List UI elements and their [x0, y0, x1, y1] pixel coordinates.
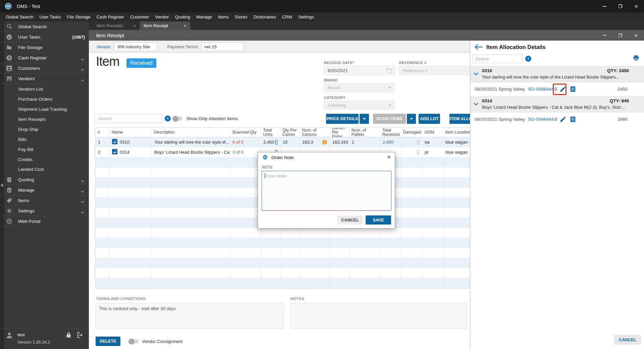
scan-items-button[interactable]: SCAN ITEMS — [373, 114, 406, 124]
row-menu-dots-gray-icon[interactable] — [417, 140, 420, 145]
sidebar-subitem-credits[interactable]: Credits — [0, 154, 89, 164]
table-row[interactable]: 1 0310 Your darling will love the cute s… — [96, 137, 490, 147]
logout-icon[interactable] — [76, 332, 83, 340]
note-input[interactable] — [262, 171, 391, 211]
edit-pencil-icon[interactable] — [559, 116, 567, 124]
sidebar-item-user-tasks[interactable]: User Tasks (1067) — [0, 32, 89, 42]
sales-order-link[interactable]: SO-0046444 — [528, 87, 554, 92]
group-qty: QTY: 2450 — [607, 68, 629, 73]
receive-date-input[interactable]: 8/20/2021 — [324, 66, 395, 75]
menu-dictionaries[interactable]: Dictionaries — [250, 14, 279, 19]
col-uom[interactable]: UOM — [422, 128, 443, 137]
sidebar-item-quoting[interactable]: ? Quoting — [0, 174, 89, 185]
menu-quoting[interactable]: Quoting — [172, 14, 193, 19]
sidebar-subitem-item-receipts[interactable]: Item Receipts — [0, 114, 89, 124]
print-icon[interactable] — [633, 55, 640, 63]
sidebar-subitem-purchase-orders[interactable]: Purchase Orders — [0, 94, 89, 104]
menu-stores[interactable]: Stores — [232, 14, 251, 19]
col-num-cartons[interactable]: Num. of Cartons — [300, 128, 330, 137]
menu-crm[interactable]: CRM — [279, 14, 295, 19]
sidebar-subitem-bills[interactable]: Bills — [0, 134, 89, 144]
col-total-received[interactable]: Total Received — [380, 128, 401, 137]
doc-minimize-button[interactable] — [597, 30, 612, 41]
allocation-group[interactable]: 0314 QTY: 845 Boys' Lizard Head Bootie S… — [470, 96, 644, 113]
allocation-search-input[interactable] — [472, 54, 522, 63]
sidebar-item-settings[interactable]: Settings — [0, 206, 89, 216]
col-damaged[interactable]: Damaged — [401, 128, 422, 137]
sidebar-item-cash-register[interactable]: $ Cash Register — [0, 53, 89, 63]
sidebar-subitem-landed-cost[interactable]: Landed Cost — [0, 164, 89, 174]
chevron-down-icon[interactable] — [473, 71, 479, 77]
col-qty-per-carton[interactable]: Qty Per Carton — [280, 128, 300, 137]
col-description[interactable]: Description — [152, 128, 230, 137]
menu-file-storage[interactable]: File Storage — [64, 14, 93, 19]
panel-cancel-button[interactable]: CANCEL — [614, 335, 641, 345]
allocation-list-icon[interactable] — [570, 86, 576, 94]
modal-close-icon[interactable]: × — [387, 154, 391, 161]
menu-settings[interactable]: Settings — [295, 14, 317, 19]
category-select[interactable]: Category — [324, 101, 395, 109]
col-scanned-qty[interactable]: Scanned Qty — [230, 128, 261, 137]
menu-items[interactable]: Items — [215, 14, 232, 19]
vendor-consignment-toggle[interactable] — [129, 339, 139, 344]
menu-user-tasks[interactable]: User Tasks — [36, 14, 64, 19]
sidebar-item-manage[interactable]: Manage — [0, 185, 89, 195]
scan-items-dropdown-button[interactable] — [407, 114, 416, 124]
sales-order-link[interactable]: SO-0046444 — [528, 117, 554, 122]
lock-icon[interactable] — [66, 332, 71, 340]
row-menu-dots-icon[interactable] — [275, 140, 278, 145]
items-search-input[interactable] — [95, 114, 162, 123]
warning-icon[interactable] — [322, 139, 327, 145]
payment-terms-input[interactable] — [202, 43, 244, 51]
row-menu-dots-gray-icon[interactable] — [417, 150, 420, 155]
menu-customer[interactable]: Customer — [127, 14, 152, 19]
tab-item-receipt[interactable]: Item Receipt × — [140, 21, 190, 30]
sidebar-item-web-portal[interactable]: Web Portal — [0, 216, 89, 227]
brand-select[interactable]: Brand — [324, 83, 395, 92]
tab-item-receipts[interactable]: Item Receipts × — [93, 21, 140, 30]
sidebar-subitem-pay-bill[interactable]: Pay Bill — [0, 144, 89, 154]
terms-textarea[interactable]: This is contract only - void after 30 da… — [96, 303, 284, 329]
price-details-dropdown-button[interactable] — [360, 114, 369, 124]
clear-search-icon[interactable]: × — [165, 115, 171, 121]
close-button[interactable]: × — [628, 0, 644, 12]
restore-button[interactable] — [612, 0, 628, 12]
modal-save-button[interactable]: SAVE — [366, 215, 391, 225]
sidebar-item-vendors[interactable]: Vendors — [0, 73, 89, 84]
col-name[interactable]: Name — [110, 128, 152, 137]
notes-textarea[interactable] — [290, 303, 467, 329]
menu-global-search[interactable]: Global Search — [3, 14, 36, 19]
col-total-units[interactable]: Total Units — [261, 128, 280, 137]
menu-vendor[interactable]: Vendor — [152, 14, 172, 19]
menu-manage[interactable]: Manage — [193, 14, 215, 19]
clear-search-icon[interactable]: × — [525, 56, 531, 62]
sidebar-item-global-search[interactable]: Global Search — [0, 21, 89, 32]
add-lot-button[interactable]: ADD LOT — [419, 114, 440, 124]
delete-button[interactable]: DELETE — [96, 337, 120, 346]
tab-close-icon[interactable]: × — [133, 23, 136, 28]
col-num[interactable]: # — [96, 128, 110, 137]
sidebar-item-file-storage[interactable]: File Storage — [0, 42, 89, 53]
sidebar-subitem-vendors-list[interactable]: Vendors List — [0, 84, 89, 94]
sidebar-subitem-drop-ship[interactable]: Drop Ship — [0, 124, 89, 134]
sidebar-collapse-arrow[interactable] — [1, 183, 3, 187]
allocation-list-icon[interactable] — [570, 116, 576, 124]
attention-items-toggle[interactable] — [173, 116, 182, 121]
sidebar-subitem-shipment-load-tracking[interactable]: Shipment Load Tracking — [0, 104, 89, 114]
item-allocation-button[interactable]: ITEM ALLO — [449, 114, 472, 124]
doc-close-button[interactable]: × — [628, 30, 644, 41]
sidebar-item-customers[interactable]: Customers — [0, 63, 89, 73]
allocation-group[interactable]: 0310 QTY: 2450 Your darling will love th… — [470, 66, 644, 83]
menu-cash-register[interactable]: Cash Register — [94, 14, 127, 19]
vendor-input[interactable] — [114, 43, 157, 51]
minimize-button[interactable] — [597, 0, 612, 12]
back-arrow-icon[interactable] — [475, 43, 483, 52]
modal-cancel-button[interactable]: CANCEL — [337, 215, 363, 225]
col-carton-per-pallet[interactable]: Carton Per Pallet — [330, 128, 350, 137]
col-num-pallets[interactable]: Num. of Pallets — [350, 128, 380, 137]
sidebar-item-items[interactable]: Items — [0, 195, 89, 206]
chevron-down-icon[interactable] — [473, 101, 479, 107]
price-details-button[interactable]: PRICE DETAILS — [326, 114, 359, 124]
tab-close-icon[interactable]: × — [184, 23, 186, 28]
doc-restore-button[interactable] — [612, 30, 628, 41]
